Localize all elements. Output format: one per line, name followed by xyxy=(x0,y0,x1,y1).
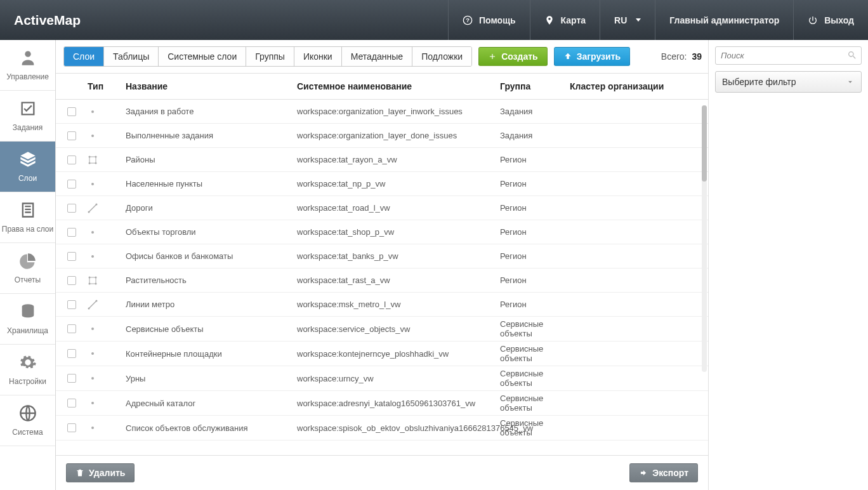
geom-type-icon xyxy=(88,179,126,189)
row-checkbox[interactable] xyxy=(67,300,76,309)
svg-point-8 xyxy=(89,156,91,157)
db-icon xyxy=(19,303,37,322)
tab-1[interactable]: Таблицы xyxy=(104,47,159,66)
geom-type-icon xyxy=(88,348,126,359)
row-checkbox[interactable] xyxy=(67,324,76,333)
table-row[interactable]: Населенные пунктыworkspace:tat_np_p_vwРе… xyxy=(56,172,708,196)
row-system: workspace:tat_np_p_vw xyxy=(297,179,500,189)
row-name: Линии метро xyxy=(126,300,297,309)
row-checkbox[interactable] xyxy=(67,204,76,213)
svg-point-27 xyxy=(91,402,94,404)
chevron-down-icon xyxy=(846,77,855,86)
row-checkbox[interactable] xyxy=(67,399,76,407)
filter-dropdown[interactable]: Выберите фильтр xyxy=(715,71,862,93)
doc-icon xyxy=(19,201,37,221)
map-pin-icon xyxy=(544,15,555,25)
footer: Удалить Экспорт xyxy=(56,455,708,490)
export-icon xyxy=(639,468,648,477)
row-name: Адресный каталог xyxy=(126,399,297,408)
right-panel: Выберите фильтр xyxy=(708,40,868,490)
sidebar-item-doc[interactable]: Права на слои xyxy=(0,192,55,243)
row-checkbox[interactable] xyxy=(67,107,76,116)
tab-6[interactable]: Подложки xyxy=(412,47,471,66)
tab-4[interactable]: Иконки xyxy=(294,47,342,66)
table-row[interactable]: Выполненные заданияworkspace:organizatio… xyxy=(56,124,708,148)
row-name: Сервисные объекты xyxy=(126,324,297,334)
row-checkbox[interactable] xyxy=(67,276,76,285)
geom-type-icon xyxy=(88,203,126,213)
row-checkbox[interactable] xyxy=(67,374,76,383)
sidebar-item-user[interactable]: Управление xyxy=(0,40,55,91)
upload-icon xyxy=(563,52,572,61)
sidebar-item-label: Слои xyxy=(18,174,37,183)
layers-icon xyxy=(19,150,37,170)
sidebar-item-check[interactable]: Задания xyxy=(0,91,55,142)
search-input[interactable] xyxy=(715,46,862,65)
upload-button[interactable]: Загрузить xyxy=(554,47,630,66)
search-box xyxy=(715,46,862,65)
sidebar-item-pie[interactable]: Отчеты xyxy=(0,243,55,294)
sidebar-item-label: Настройки xyxy=(9,377,46,386)
check-icon xyxy=(19,100,37,119)
tab-3[interactable]: Группы xyxy=(246,47,294,66)
help-link[interactable]: ? Помощь xyxy=(448,0,530,40)
row-group: Регион xyxy=(500,179,570,189)
map-link[interactable]: Карта xyxy=(530,0,600,40)
row-name: Задания в работе xyxy=(126,107,297,116)
delete-button[interactable]: Удалить xyxy=(66,463,135,482)
sidebar-item-layers[interactable]: Слои xyxy=(0,142,55,192)
help-icon: ? xyxy=(463,15,473,25)
language-selector[interactable]: RU xyxy=(600,0,655,40)
sidebar-item-globe[interactable]: Система xyxy=(0,395,55,446)
row-group: Сервисные объекты xyxy=(500,319,570,338)
export-button[interactable]: Экспорт xyxy=(629,463,698,482)
svg-point-24 xyxy=(91,328,94,330)
user-menu[interactable]: Главный администратор xyxy=(655,0,793,40)
table-row[interactable]: Районыworkspace:tat_rayon_a_vwРегион xyxy=(56,148,708,172)
table-row[interactable]: Линии метроworkspace:msk_metro_l_vwРегио… xyxy=(56,293,708,317)
col-cluster[interactable]: Кластер организации xyxy=(570,81,708,91)
tab-0[interactable]: Слои xyxy=(64,47,104,66)
table-row[interactable]: Офисы банков и банкоматыworkspace:tat_ba… xyxy=(56,244,708,268)
row-checkbox[interactable] xyxy=(67,131,76,140)
table-row[interactable]: Адресный каталогworkspace:adresnyi_katal… xyxy=(56,391,708,416)
scrollbar[interactable] xyxy=(702,105,707,372)
scrollbar-thumb[interactable] xyxy=(702,105,707,182)
sidebar: УправлениеЗаданияСлоиПрава на слоиОтчеты… xyxy=(0,40,56,490)
tab-5[interactable]: Метаданные xyxy=(342,47,412,66)
create-button[interactable]: Создать xyxy=(478,47,548,66)
logout-button[interactable]: Выход xyxy=(793,0,868,40)
row-checkbox[interactable] xyxy=(67,349,76,358)
pie-icon xyxy=(19,252,37,272)
table-row[interactable]: Растительностьworkspace:tat_rast_a_vwРег… xyxy=(56,268,708,293)
geom-type-icon xyxy=(88,398,126,408)
row-name: Объекты торговли xyxy=(126,227,297,237)
row-checkbox[interactable] xyxy=(67,252,76,261)
row-group: Регион xyxy=(500,155,570,164)
sidebar-item-gear[interactable]: Настройки xyxy=(0,345,55,395)
col-name[interactable]: Название xyxy=(126,81,297,91)
table-row[interactable]: Список объектов обслуживанияworkspace:sp… xyxy=(56,416,708,440)
table-row[interactable]: Задания в работеworkspace:organization_l… xyxy=(56,100,708,124)
row-system: workspace:organization_layer_inwork_issu… xyxy=(297,107,500,116)
table-row[interactable]: Объекты торговлиworkspace:tat_shop_p_vwР… xyxy=(56,220,708,244)
search-icon[interactable] xyxy=(847,50,857,60)
col-group[interactable]: Группа xyxy=(500,81,570,91)
col-system[interactable]: Системное наименование xyxy=(297,81,500,91)
row-name: Список объектов обслуживания xyxy=(126,423,297,433)
tab-2[interactable]: Системные слои xyxy=(159,47,246,66)
table-row[interactable]: Контейнерные площадкиworkspace:kontejner… xyxy=(56,341,708,366)
total-count: Всего: 39 xyxy=(661,51,702,62)
table-row[interactable]: Сервисные объектыworkspace:service_objec… xyxy=(56,317,708,341)
sidebar-item-db[interactable]: Хранилища xyxy=(0,294,55,345)
row-checkbox[interactable] xyxy=(67,423,76,432)
row-checkbox[interactable] xyxy=(67,180,76,189)
svg-point-15 xyxy=(91,231,94,234)
col-type[interactable]: Тип xyxy=(88,81,126,91)
row-checkbox[interactable] xyxy=(67,156,76,164)
row-checkbox[interactable] xyxy=(67,228,76,237)
row-group: Задания xyxy=(500,131,570,140)
app-logo: ActiveMap xyxy=(0,13,95,28)
table-row[interactable]: Урныworkspace:urncy_vwСервисные объекты xyxy=(56,366,708,391)
table-row[interactable]: Дорогиworkspace:tat_road_l_vwРегион xyxy=(56,196,708,220)
